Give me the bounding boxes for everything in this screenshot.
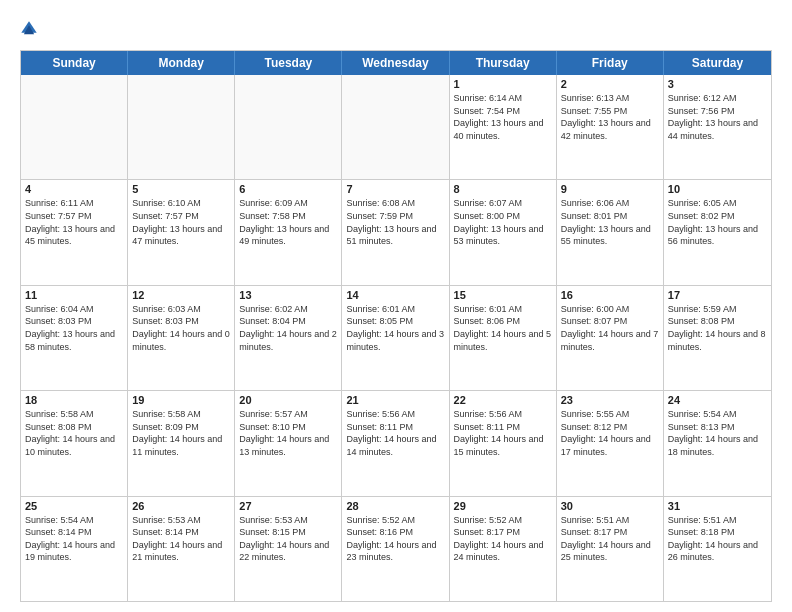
sunrise-text: Sunrise: 5:56 AM (454, 408, 552, 421)
sunrise-text: Sunrise: 5:51 AM (668, 514, 767, 527)
table-row: 27Sunrise: 5:53 AMSunset: 8:15 PMDayligh… (235, 497, 342, 601)
table-row: 24Sunrise: 5:54 AMSunset: 8:13 PMDayligh… (664, 391, 771, 495)
sunset-text: Sunset: 8:13 PM (668, 421, 767, 434)
table-row: 20Sunrise: 5:57 AMSunset: 8:10 PMDayligh… (235, 391, 342, 495)
daylight-text: Daylight: 13 hours and 47 minutes. (132, 223, 230, 248)
daylight-text: Daylight: 13 hours and 44 minutes. (668, 117, 767, 142)
daylight-text: Daylight: 14 hours and 21 minutes. (132, 539, 230, 564)
sunset-text: Sunset: 8:02 PM (668, 210, 767, 223)
daylight-text: Daylight: 14 hours and 8 minutes. (668, 328, 767, 353)
day-number: 13 (239, 289, 337, 301)
daylight-text: Daylight: 14 hours and 26 minutes. (668, 539, 767, 564)
sunrise-text: Sunrise: 5:53 AM (239, 514, 337, 527)
table-row: 31Sunrise: 5:51 AMSunset: 8:18 PMDayligh… (664, 497, 771, 601)
table-row: 7Sunrise: 6:08 AMSunset: 7:59 PMDaylight… (342, 180, 449, 284)
day-number: 8 (454, 183, 552, 195)
day-number: 30 (561, 500, 659, 512)
calendar-grid: SundayMondayTuesdayWednesdayThursdayFrid… (20, 50, 772, 602)
table-row: 14Sunrise: 6:01 AMSunset: 8:05 PMDayligh… (342, 286, 449, 390)
table-row (235, 75, 342, 179)
table-row: 29Sunrise: 5:52 AMSunset: 8:17 PMDayligh… (450, 497, 557, 601)
table-row: 8Sunrise: 6:07 AMSunset: 8:00 PMDaylight… (450, 180, 557, 284)
table-row: 12Sunrise: 6:03 AMSunset: 8:03 PMDayligh… (128, 286, 235, 390)
day-number: 25 (25, 500, 123, 512)
day-number: 27 (239, 500, 337, 512)
table-row: 25Sunrise: 5:54 AMSunset: 8:14 PMDayligh… (21, 497, 128, 601)
sunrise-text: Sunrise: 5:52 AM (454, 514, 552, 527)
day-number: 5 (132, 183, 230, 195)
daylight-text: Daylight: 14 hours and 0 minutes. (132, 328, 230, 353)
day-number: 2 (561, 78, 659, 90)
day-number: 28 (346, 500, 444, 512)
table-row: 5Sunrise: 6:10 AMSunset: 7:57 PMDaylight… (128, 180, 235, 284)
table-row (128, 75, 235, 179)
header-cell-friday: Friday (557, 51, 664, 75)
daylight-text: Daylight: 14 hours and 23 minutes. (346, 539, 444, 564)
table-row: 2Sunrise: 6:13 AMSunset: 7:55 PMDaylight… (557, 75, 664, 179)
day-number: 15 (454, 289, 552, 301)
sunrise-text: Sunrise: 6:00 AM (561, 303, 659, 316)
sunset-text: Sunset: 8:14 PM (132, 526, 230, 539)
header-cell-monday: Monday (128, 51, 235, 75)
daylight-text: Daylight: 14 hours and 17 minutes. (561, 433, 659, 458)
table-row: 30Sunrise: 5:51 AMSunset: 8:17 PMDayligh… (557, 497, 664, 601)
header-cell-sunday: Sunday (21, 51, 128, 75)
sunrise-text: Sunrise: 6:07 AM (454, 197, 552, 210)
sunset-text: Sunset: 8:17 PM (454, 526, 552, 539)
daylight-text: Daylight: 14 hours and 14 minutes. (346, 433, 444, 458)
sunset-text: Sunset: 7:57 PM (25, 210, 123, 223)
sunset-text: Sunset: 8:17 PM (561, 526, 659, 539)
sunrise-text: Sunrise: 5:52 AM (346, 514, 444, 527)
sunrise-text: Sunrise: 6:05 AM (668, 197, 767, 210)
day-number: 29 (454, 500, 552, 512)
sunset-text: Sunset: 8:10 PM (239, 421, 337, 434)
sunset-text: Sunset: 8:11 PM (346, 421, 444, 434)
sunrise-text: Sunrise: 6:10 AM (132, 197, 230, 210)
daylight-text: Daylight: 13 hours and 42 minutes. (561, 117, 659, 142)
day-number: 26 (132, 500, 230, 512)
sunset-text: Sunset: 7:57 PM (132, 210, 230, 223)
sunrise-text: Sunrise: 6:14 AM (454, 92, 552, 105)
daylight-text: Daylight: 13 hours and 45 minutes. (25, 223, 123, 248)
table-row: 17Sunrise: 5:59 AMSunset: 8:08 PMDayligh… (664, 286, 771, 390)
daylight-text: Daylight: 14 hours and 2 minutes. (239, 328, 337, 353)
sunrise-text: Sunrise: 6:01 AM (346, 303, 444, 316)
sunrise-text: Sunrise: 5:55 AM (561, 408, 659, 421)
sunset-text: Sunset: 8:04 PM (239, 315, 337, 328)
day-number: 21 (346, 394, 444, 406)
page-header (20, 18, 772, 40)
daylight-text: Daylight: 13 hours and 55 minutes. (561, 223, 659, 248)
sunset-text: Sunset: 8:12 PM (561, 421, 659, 434)
sunrise-text: Sunrise: 6:01 AM (454, 303, 552, 316)
daylight-text: Daylight: 14 hours and 25 minutes. (561, 539, 659, 564)
day-number: 1 (454, 78, 552, 90)
sunset-text: Sunset: 8:15 PM (239, 526, 337, 539)
daylight-text: Daylight: 14 hours and 13 minutes. (239, 433, 337, 458)
daylight-text: Daylight: 13 hours and 49 minutes. (239, 223, 337, 248)
calendar-body: 1Sunrise: 6:14 AMSunset: 7:54 PMDaylight… (21, 75, 771, 601)
daylight-text: Daylight: 13 hours and 40 minutes. (454, 117, 552, 142)
table-row: 28Sunrise: 5:52 AMSunset: 8:16 PMDayligh… (342, 497, 449, 601)
sunrise-text: Sunrise: 5:58 AM (25, 408, 123, 421)
table-row: 9Sunrise: 6:06 AMSunset: 8:01 PMDaylight… (557, 180, 664, 284)
daylight-text: Daylight: 14 hours and 19 minutes. (25, 539, 123, 564)
daylight-text: Daylight: 14 hours and 24 minutes. (454, 539, 552, 564)
sunrise-text: Sunrise: 6:08 AM (346, 197, 444, 210)
table-row: 11Sunrise: 6:04 AMSunset: 8:03 PMDayligh… (21, 286, 128, 390)
sunrise-text: Sunrise: 6:12 AM (668, 92, 767, 105)
sunrise-text: Sunrise: 5:53 AM (132, 514, 230, 527)
day-number: 9 (561, 183, 659, 195)
sunset-text: Sunset: 8:03 PM (25, 315, 123, 328)
day-number: 14 (346, 289, 444, 301)
day-number: 19 (132, 394, 230, 406)
table-row: 6Sunrise: 6:09 AMSunset: 7:58 PMDaylight… (235, 180, 342, 284)
table-row (342, 75, 449, 179)
table-row: 21Sunrise: 5:56 AMSunset: 8:11 PMDayligh… (342, 391, 449, 495)
daylight-text: Daylight: 14 hours and 10 minutes. (25, 433, 123, 458)
daylight-text: Daylight: 14 hours and 7 minutes. (561, 328, 659, 353)
day-number: 31 (668, 500, 767, 512)
daylight-text: Daylight: 13 hours and 58 minutes. (25, 328, 123, 353)
day-number: 3 (668, 78, 767, 90)
sunset-text: Sunset: 8:18 PM (668, 526, 767, 539)
calendar-week-2: 4Sunrise: 6:11 AMSunset: 7:57 PMDaylight… (21, 180, 771, 285)
